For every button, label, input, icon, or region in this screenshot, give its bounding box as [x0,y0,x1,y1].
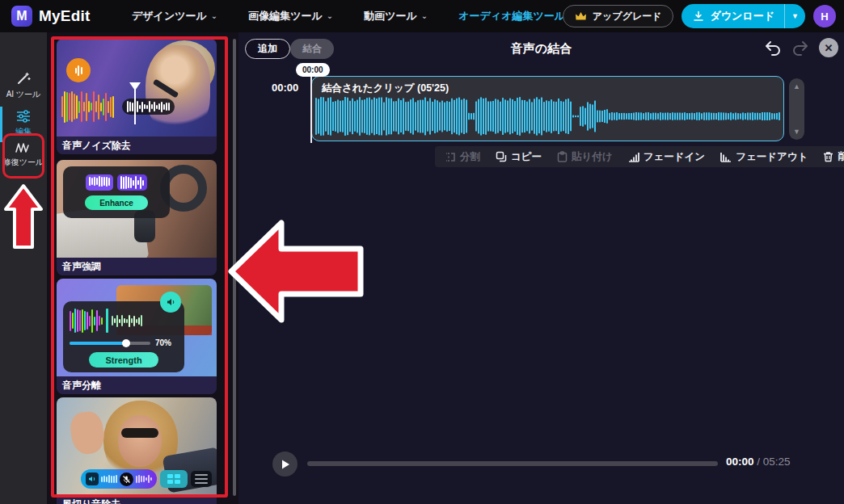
sidebar-item-ai-tools[interactable]: AI ツール [0,71,47,99]
download-split-button: ダウンロード ▼ [682,4,805,28]
speaker-badge-icon [160,292,181,313]
wand-icon [16,71,31,86]
current-time: 00:00 [726,456,754,468]
crown-icon [575,11,587,21]
playhead-time-pill[interactable]: 00:00 [296,63,330,77]
paste-icon [557,151,568,162]
main-nav: デザインツール⌄ 画像編集ツール⌄ 動画ツール⌄ オーディオ編集ツール⌄ [132,0,576,32]
seek-bar[interactable] [307,461,718,466]
chevron-down-icon: ⌄ [327,11,333,20]
copy-icon [496,151,507,162]
copy-button[interactable]: コピー [496,150,542,164]
delete-button[interactable]: 削除 [823,150,844,164]
chevron-down-icon: ▼ [789,128,804,136]
avatar[interactable]: H [813,5,836,27]
panel-scrollbar[interactable] [233,39,236,496]
myedit-logo-icon: M [11,6,32,27]
myedit-app: M MyEdit デザインツール⌄ 画像編集ツール⌄ 動画ツール⌄ オーディオ編… [0,0,844,504]
nav-design-tools[interactable]: デザインツール⌄ [132,9,217,23]
tool-card-label: 音声分離 [57,376,217,394]
red-arrow-up [2,183,44,250]
separation-waveform-right [112,315,142,327]
fade-out-button[interactable]: フェードアウト [720,150,808,164]
total-time: 05:25 [763,456,791,468]
close-icon: ✕ [825,42,833,54]
tool-card-noise-removal[interactable]: 音声ノイズ除去 [57,39,217,154]
play-button[interactable] [272,452,298,477]
upgrade-button[interactable]: アップグレード [563,5,674,27]
player-time: 00:00 / 05:25 [726,456,791,468]
navbar-actions: アップグレード ダウンロード ▼ H [563,0,836,32]
left-rail: AI ツール 編集 修復ツール [0,32,47,504]
fade-out-icon [720,152,732,162]
play-icon [281,459,290,470]
track-scrollbar[interactable]: ▲ ▼ [789,78,804,140]
split-icon [445,152,456,162]
split-button[interactable]: 分割 [445,150,480,164]
nav-image-tools[interactable]: 画像編集ツール⌄ [248,9,333,23]
close-button[interactable]: ✕ [819,38,838,57]
download-icon [693,10,704,22]
slider-value: 70% [155,338,171,347]
red-arrow-left [226,212,365,331]
tool-card-audio-separation[interactable]: 70% Strength 音声分離 [57,279,217,394]
tools-panel: 音声ノイズ除去 Enhance 音声強調 [47,32,238,504]
sliders-icon [16,110,31,123]
tool-card-label: 音声強調 [57,258,217,275]
tool-card-audio-enhance[interactable]: Enhance 音声強調 [57,160,217,275]
myedit-logo[interactable]: M MyEdit [11,0,90,32]
audio-clip[interactable]: 結合されたクリップ (05'25) [311,76,784,141]
timeline-ruler-label: 00:00 [272,82,298,94]
clip-toolbar: 分割 コピー 貼り付け フェードイン フェードアウト 削除 [435,146,844,167]
tool-thumbnail [57,397,217,495]
tool-card-label: 風切り音除去 [57,495,217,504]
tool-card-wind-removal[interactable]: 風切り音除去 [57,397,217,504]
undo-icon [764,40,782,56]
audio-editor: 追加 結合 音声の結合 ✕ 00:00 00:00 結合されたクリップ (05'… [238,32,844,504]
repair-wave-icon [15,142,32,153]
download-options-button[interactable]: ▼ [784,4,805,28]
enhance-button: Enhance [85,195,148,210]
nav-video-tools[interactable]: 動画ツール⌄ [364,9,428,23]
add-clip-button[interactable]: 追加 [245,39,290,59]
playhead-line[interactable] [310,75,312,143]
audio-badge-icon [66,58,91,82]
time-separator: / [757,456,763,468]
top-navbar: M MyEdit デザインツール⌄ 画像編集ツール⌄ 動画ツール⌄ オーディオ編… [0,0,844,32]
merge-button[interactable]: 結合 [290,39,334,59]
mini-waveform [136,475,152,483]
chevron-up-icon: ▲ [789,82,804,90]
download-button[interactable]: ダウンロード [682,4,784,28]
paste-button[interactable]: 貼り付け [557,150,613,164]
nav-audio-tools[interactable]: オーディオ編集ツール⌄ [458,9,576,23]
clip-waveform [315,95,780,137]
trash-icon [823,151,833,162]
strength-slider: 70% [70,338,178,347]
mini-waveform [101,475,117,483]
mono-waveform [127,101,170,112]
colorful-waveform [61,91,114,123]
tool-thumbnail [57,39,217,136]
chevron-down-icon: ⌄ [211,11,217,20]
clip-title: 結合されたクリップ (05'25) [322,82,449,95]
speaker-icon [86,472,99,485]
strength-button: Strength [89,352,158,368]
tool-card-label: 音声ノイズ除去 [57,136,217,154]
separation-waveform-left [70,309,103,333]
tool-thumbnail: 70% Strength [57,279,217,376]
enhance-waveform [120,176,144,189]
tool-thumbnail: Enhance [57,160,217,258]
redo-button[interactable] [791,40,809,58]
brand-name: MyEdit [39,7,90,25]
list-view-icon [191,471,212,487]
enhance-waveform [89,176,110,187]
grid-view-button [160,470,188,488]
sidebar-item-edit[interactable]: 編集 [0,110,47,136]
undo-button[interactable] [764,40,782,58]
sidebar-item-repair-tools[interactable]: 修復ツール [0,142,47,167]
fade-in-icon [628,152,639,162]
redo-icon [791,40,809,56]
fade-in-button[interactable]: フェードイン [628,150,705,164]
mic-muted-icon [120,472,133,486]
playhead-line [134,89,136,124]
